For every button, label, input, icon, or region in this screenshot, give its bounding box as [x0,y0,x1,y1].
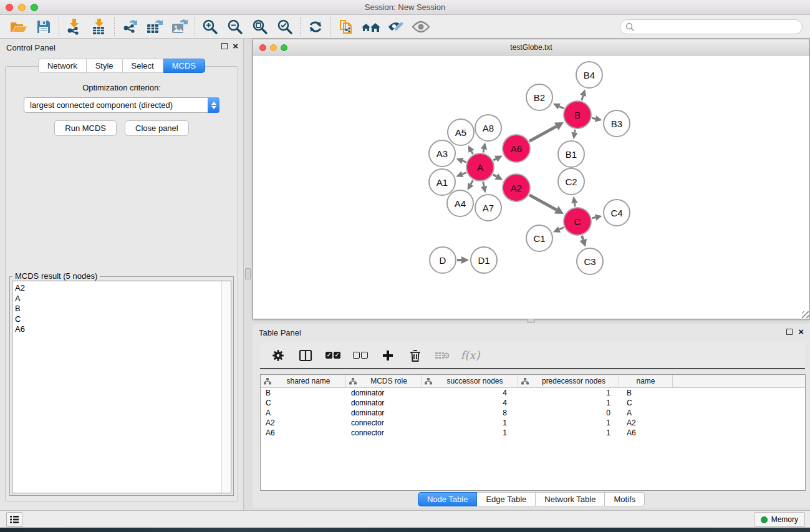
cell-name[interactable]: B [619,388,673,398]
delete-table-icon[interactable] [433,346,452,365]
zoom-out-icon[interactable] [223,16,248,37]
edge-A-A8[interactable] [483,149,484,152]
column-header-mcds-role[interactable]: MCDS role [346,375,422,387]
edge-C-C1[interactable] [559,228,564,230]
save-icon[interactable] [31,16,56,37]
node-A7[interactable]: A7 [475,194,502,221]
copy-network-icon[interactable] [334,16,359,37]
table-row[interactable]: Bdominator41B [261,388,805,398]
eye-pen-icon[interactable] [383,16,408,37]
tab-select[interactable]: Select [123,59,163,73]
float-table-panel-icon[interactable] [786,329,793,335]
export-image-icon[interactable] [167,16,192,37]
column-header-shared-name[interactable]: shared name [261,375,346,387]
cell-successor-nodes[interactable]: 1 [422,428,518,438]
tab-node-table[interactable]: Node Table [418,492,478,506]
tab-style[interactable]: Style [87,59,123,73]
node-A2[interactable]: A2 [502,173,531,202]
network-canvas[interactable]: B4B2BB3A8A5A6B1A3AC2A1A2A4A7C4CC1C3DD1 [253,56,809,319]
node-D1[interactable]: D1 [470,246,498,274]
tab-mcds[interactable]: MCDS [163,59,205,73]
mcds-result-item[interactable]: B [15,304,221,314]
node-C2[interactable]: C2 [557,168,585,195]
cell-predecessor-nodes[interactable]: 1 [518,398,619,408]
edge-A-A7[interactable] [483,182,484,186]
edge-B-B1[interactable] [574,130,575,133]
cell-successor-nodes[interactable]: 4 [422,398,518,408]
task-history-button[interactable] [6,512,22,527]
close-panel-icon[interactable]: × [233,43,238,49]
mcds-result-item[interactable]: A [15,294,221,304]
cell-mcds-role[interactable]: dominator [346,388,422,398]
edge-A-A6[interactable] [493,159,496,160]
zoom-in-icon[interactable] [198,16,223,37]
zoom-fit-icon[interactable] [248,16,272,37]
import-network-icon[interactable] [62,16,87,37]
node-D[interactable]: D [429,246,456,274]
close-table-panel-icon[interactable]: × [798,329,804,335]
cell-predecessor-nodes[interactable]: 1 [518,428,619,438]
edge-B-B3[interactable] [592,118,595,118]
node-B[interactable]: B [563,100,592,129]
cell-predecessor-nodes[interactable]: 0 [518,408,619,418]
column-header-predecessor-nodes[interactable]: predecessor nodes [518,375,619,387]
edge-A6-B[interactable] [529,127,556,142]
export-network-icon[interactable] [117,16,142,37]
edge-C-C2[interactable] [574,203,575,206]
minimize-window-button[interactable] [18,4,26,11]
tab-motifs[interactable]: Motifs [605,492,645,506]
cell-successor-nodes[interactable]: 8 [422,408,518,418]
node-A8[interactable]: A8 [475,114,502,142]
cell-shared-name[interactable]: C [261,398,346,408]
node-B4[interactable]: B4 [576,61,603,89]
edge-B-B2[interactable] [559,107,564,109]
eye-icon[interactable] [408,16,433,37]
deselect-all-icon[interactable] [351,346,370,365]
search-input[interactable] [637,22,797,32]
tab-network-table[interactable]: Network Table [536,492,605,506]
table-row[interactable]: A2connector11A2 [261,418,805,428]
close-window-button[interactable] [6,4,13,11]
cell-name[interactable]: A [619,408,673,418]
mcds-result-item[interactable]: C [15,314,221,325]
cell-successor-nodes[interactable]: 1 [422,418,518,428]
import-table-icon[interactable] [87,16,112,37]
cell-name[interactable]: A2 [619,418,673,428]
edge-C-C3[interactable] [582,236,583,240]
table-row[interactable]: Cdominator41C [261,398,805,408]
select-all-icon[interactable]: ✓✓ [324,346,342,365]
cell-shared-name[interactable]: B [261,388,346,398]
node-B2[interactable]: B2 [526,84,553,111]
cell-name[interactable]: A6 [619,428,673,438]
node-A4[interactable]: A4 [446,190,474,217]
node-C1[interactable]: C1 [526,225,553,252]
node-C[interactable]: C [563,207,592,236]
gear-icon[interactable] [269,346,287,365]
close-network-window-button[interactable] [259,44,266,51]
trash-icon[interactable] [406,346,425,365]
float-panel-icon[interactable] [221,43,228,49]
edge-C-C4[interactable] [592,218,595,218]
tab-network[interactable]: Network [38,59,87,73]
zoom-selected-icon[interactable] [272,16,297,37]
node-A5[interactable]: A5 [447,118,475,146]
refresh-icon[interactable] [303,16,328,37]
close-panel-button[interactable]: Close panel [125,120,189,136]
node-A[interactable]: A [466,153,494,181]
add-icon[interactable] [378,346,397,365]
edge-A-A1[interactable] [462,173,466,174]
tab-edge-table[interactable]: Edge Table [477,492,536,506]
cell-mcds-role[interactable]: dominator [346,408,422,418]
search-field[interactable] [620,19,803,34]
node-A3[interactable]: A3 [428,140,456,167]
edge-A2-C[interactable] [529,195,556,210]
folder-open-icon[interactable] [6,16,31,37]
mcds-result-item[interactable]: A6 [15,324,221,335]
columns-icon[interactable] [296,346,315,365]
cell-mcds-role[interactable]: connector [346,418,422,428]
optimization-criterion-dropdown[interactable]: largest connected component (directed) [24,97,219,113]
mcds-result-item[interactable]: A2 [15,283,221,294]
minimize-network-window-button[interactable] [270,44,277,51]
cell-shared-name[interactable]: A [261,408,346,418]
dropdown-stepper-icon[interactable] [208,97,219,113]
